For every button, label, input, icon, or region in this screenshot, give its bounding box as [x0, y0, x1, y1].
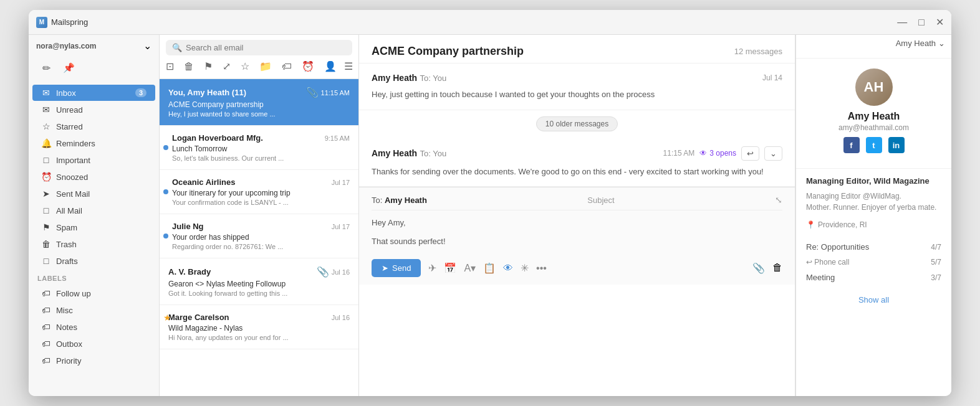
- related-count: 4/7: [931, 243, 941, 252]
- email-subject: Wild Magazine - Nylas: [168, 324, 350, 333]
- email-subject: Gearon <> Nylas Meeting Followup: [168, 280, 350, 288]
- sidebar-item-unread[interactable]: ✉ Unread: [32, 102, 155, 118]
- move-tool-icon[interactable]: ⤢: [223, 60, 231, 72]
- app-title: Mailspring: [51, 17, 88, 27]
- sidebar-item-important[interactable]: □ Important: [32, 152, 155, 168]
- sidebar-item-outbox[interactable]: 🏷 Outbox: [32, 336, 155, 352]
- sidebar-item-notes[interactable]: 🏷 Notes: [32, 319, 155, 335]
- contact-panel: Amy Heath ⌄ AH Amy Heath amy@heathmail.c…: [795, 35, 951, 396]
- sidebar-item-followup[interactable]: 🏷 Follow up: [32, 285, 155, 301]
- compose-body[interactable]: Hey Amy, That sounds perfect!: [372, 215, 782, 253]
- app-icon: M: [36, 17, 47, 28]
- email-item[interactable]: Julie Ng Jul 17 Your order has shipped R…: [160, 214, 358, 258]
- compose-toolbar: ➤ Send ✈ 📅 A▾ 📋 👁 ✳ ••• 📎 🗑: [372, 259, 782, 277]
- related-item[interactable]: Meeting 3/7: [806, 270, 941, 285]
- archive-tool-icon[interactable]: ⊡: [166, 60, 174, 72]
- sidebar-item-starred[interactable]: ☆ Starred: [32, 118, 155, 135]
- menu-tool-icon[interactable]: ☰: [344, 60, 353, 72]
- email-view-panel: ACME Company partnership 12 messages Amy…: [359, 35, 795, 396]
- twitter-icon[interactable]: t: [866, 137, 882, 153]
- sidebar-item-spam[interactable]: ⚑ Spam: [32, 219, 155, 235]
- sent-icon: ➤: [41, 189, 51, 199]
- older-messages-button[interactable]: 10 older messages: [536, 116, 618, 131]
- sidebar-item-misc[interactable]: 🏷 Misc: [32, 302, 155, 318]
- template-icon[interactable]: 📋: [483, 262, 496, 274]
- email-from: You, Amy Heath (11): [168, 88, 246, 97]
- message-from: Amy Heath: [372, 148, 417, 158]
- reply-button[interactable]: ↩: [741, 146, 759, 161]
- compose-button[interactable]: ✏: [37, 59, 55, 77]
- expand-button[interactable]: ⌄: [764, 146, 782, 161]
- user-tool-icon[interactable]: 👤: [324, 60, 337, 72]
- sidebar-item-label: Follow up: [56, 289, 91, 298]
- label-icon: 🏷: [41, 288, 51, 298]
- message-meta: Jul 14: [762, 73, 782, 82]
- more-icon[interactable]: •••: [536, 263, 547, 274]
- account-expand-icon[interactable]: ⌄: [143, 40, 151, 52]
- clock-tool-icon[interactable]: ⏰: [302, 60, 314, 72]
- maximize-button[interactable]: □: [918, 17, 925, 28]
- close-button[interactable]: ✕: [936, 16, 944, 28]
- contact-selector-label: Amy Heath: [896, 39, 936, 48]
- email-time: Jul 16: [332, 314, 350, 321]
- format-icon[interactable]: A▾: [464, 262, 476, 274]
- sidebar-item-label: Starred: [56, 122, 83, 131]
- attach-icon[interactable]: 📎: [752, 262, 765, 274]
- flag-tool-icon[interactable]: ⚑: [204, 60, 213, 72]
- star-indicator: ★: [163, 313, 171, 323]
- search-input[interactable]: [186, 43, 346, 52]
- sidebar-item-snoozed[interactable]: ⏰ Snoozed: [32, 169, 155, 185]
- email-item[interactable]: A. V. Brady 📎 Jul 16 Gearon <> Nylas Mee…: [160, 258, 358, 305]
- expand-compose-icon[interactable]: ⤡: [775, 195, 782, 205]
- related-label: Re: Opportunities: [806, 242, 869, 252]
- undo-compose-icon[interactable]: ✈: [428, 262, 436, 274]
- facebook-icon[interactable]: f: [843, 137, 860, 153]
- inbox-badge: 3: [135, 88, 147, 97]
- email-item[interactable]: Oceanic Airlines Jul 17 Your itinerary f…: [160, 170, 358, 214]
- compose-subject-label[interactable]: Subject: [587, 196, 614, 205]
- linkedin-icon[interactable]: in: [888, 137, 905, 153]
- label-tool-icon[interactable]: 🏷: [282, 61, 292, 72]
- related-label: Meeting: [806, 273, 835, 282]
- related-item[interactable]: Re: Opportunities 4/7: [806, 239, 941, 255]
- email-item[interactable]: You, Amy Heath (11) 📎 11:15 AM ACME Comp…: [160, 79, 358, 126]
- email-item[interactable]: Logan Hoverboard Mfg. 9:15 AM Lunch Tomo…: [160, 126, 358, 170]
- pin-icon[interactable]: 📌: [60, 59, 77, 77]
- folder-tool-icon[interactable]: 📁: [259, 60, 272, 72]
- star-tool-icon[interactable]: ☆: [241, 60, 249, 72]
- track-icon[interactable]: 👁: [503, 263, 513, 274]
- contact-selector[interactable]: Amy Heath ⌄: [896, 39, 945, 48]
- email-subject: Your order has shipped: [172, 233, 350, 242]
- sidebar-item-label: Sent Mail: [56, 189, 90, 199]
- related-item[interactable]: ↩ Phone call 5/7: [806, 255, 941, 270]
- sidebar-item-label: Outbox: [56, 339, 82, 349]
- sidebar-item-label: Spam: [56, 223, 77, 232]
- minimize-button[interactable]: —: [897, 17, 907, 28]
- sidebar-item-priority[interactable]: 🏷 Priority: [32, 352, 155, 369]
- email-content: ACME Company partnership 12 messages Amy…: [359, 35, 795, 396]
- schedule-icon[interactable]: 📅: [444, 262, 456, 274]
- sidebar-item-label: Unread: [56, 105, 83, 115]
- email-from: Logan Hoverboard Mfg.: [172, 133, 263, 143]
- search-box[interactable]: 🔍: [166, 40, 352, 55]
- drafts-icon: □: [41, 256, 51, 266]
- sidebar-item-trash[interactable]: 🗑 Trash: [32, 236, 155, 252]
- delete-compose-icon[interactable]: 🗑: [772, 262, 782, 274]
- unread-indicator: [163, 189, 168, 194]
- sparkle-icon[interactable]: ✳: [521, 262, 529, 274]
- sidebar-item-drafts[interactable]: □ Drafts: [32, 253, 155, 269]
- message-from: Amy Heath: [372, 73, 417, 83]
- delete-tool-icon[interactable]: 🗑: [184, 61, 194, 72]
- sidebar-item-reminders[interactable]: 🔔 Reminders: [32, 135, 155, 151]
- avatar: AH: [855, 68, 893, 106]
- sidebar-item-all[interactable]: □ All Mail: [32, 202, 155, 219]
- email-item[interactable]: Marge Carelson Jul 16 Wild Magazine - Ny…: [160, 305, 358, 349]
- sidebar-item-sent[interactable]: ➤ Sent Mail: [32, 186, 155, 202]
- unread-indicator: [163, 145, 168, 150]
- send-button[interactable]: ➤ Send: [372, 259, 421, 277]
- sidebar-item-label: Reminders: [56, 139, 95, 148]
- email-preview: Hi Nora, any updates on your end for ...: [168, 334, 350, 341]
- message-to: To: You: [420, 73, 447, 83]
- show-all-button[interactable]: Show all: [796, 290, 951, 309]
- sidebar-item-inbox[interactable]: ✉ Inbox 3: [32, 85, 155, 101]
